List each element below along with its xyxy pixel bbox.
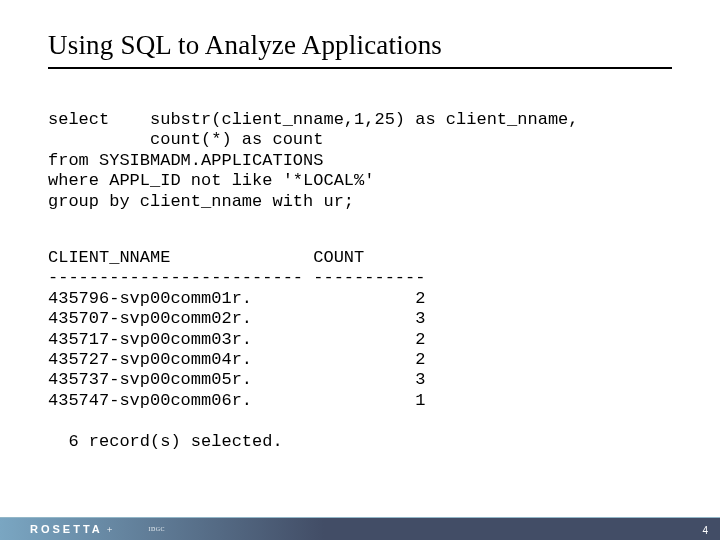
footer-logo: ROSETTA: [30, 523, 103, 535]
footer-small-text: IDGC: [148, 526, 165, 532]
footer-bar: ROSETTA + IDGC 4: [0, 518, 720, 540]
footer-plus: +: [107, 524, 113, 535]
sql-code-block: select substr(client_nname,1,25) as clie…: [48, 110, 579, 212]
sql-result-block: CLIENT_NNAME COUNT ---------------------…: [48, 248, 425, 452]
slide-number: 4: [702, 525, 708, 536]
footer-divider: [0, 517, 720, 518]
slide-title: Using SQL to Analyze Applications: [48, 30, 672, 61]
title-wrap: Using SQL to Analyze Applications: [48, 30, 672, 69]
slide: Using SQL to Analyze Applications select…: [0, 0, 720, 540]
